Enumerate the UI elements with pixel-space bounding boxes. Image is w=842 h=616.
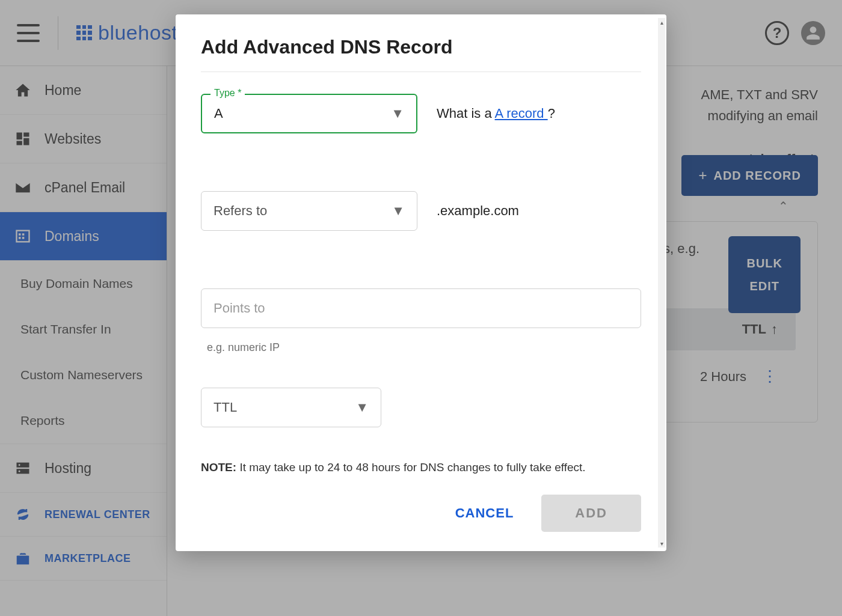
a-record-link[interactable]: A record [495, 106, 548, 121]
scroll-down-icon[interactable]: ▾ [658, 539, 665, 547]
add-button[interactable]: ADD [541, 495, 641, 532]
modal-actions: CANCEL ADD [201, 495, 641, 535]
scroll-up-icon[interactable]: ▴ [658, 18, 665, 26]
type-value: A [214, 106, 223, 121]
refers-to-select[interactable]: Refers to ▼ [201, 191, 417, 231]
cancel-button[interactable]: CANCEL [449, 496, 520, 531]
refers-to-value: Refers to [214, 203, 267, 219]
domain-suffix: .example.com [437, 203, 519, 219]
type-select[interactable]: Type * A ▼ [201, 94, 417, 133]
add-dns-record-modal: ▴ ▾ Add Advanced DNS Record Type * A ▼ W… [176, 14, 666, 551]
caret-down-icon: ▼ [391, 106, 404, 121]
caret-down-icon: ▼ [392, 203, 405, 219]
type-label: Type * [210, 88, 245, 99]
modal-title: Add Advanced DNS Record [201, 36, 641, 72]
modal-scrollbar[interactable]: ▴ ▾ [658, 18, 665, 547]
modal-note: NOTE: It may take up to 24 to 48 hours f… [201, 461, 641, 474]
caret-down-icon: ▼ [355, 400, 369, 415]
modal-overlay[interactable]: ▴ ▾ Add Advanced DNS Record Type * A ▼ W… [0, 0, 842, 616]
whatis-text: What is a A record ? [437, 106, 555, 121]
ttl-select[interactable]: TTL ▼ [201, 388, 381, 427]
points-to-hint: e.g. numeric IP [207, 341, 641, 354]
ttl-value: TTL [214, 400, 237, 415]
points-to-input[interactable] [201, 288, 641, 328]
